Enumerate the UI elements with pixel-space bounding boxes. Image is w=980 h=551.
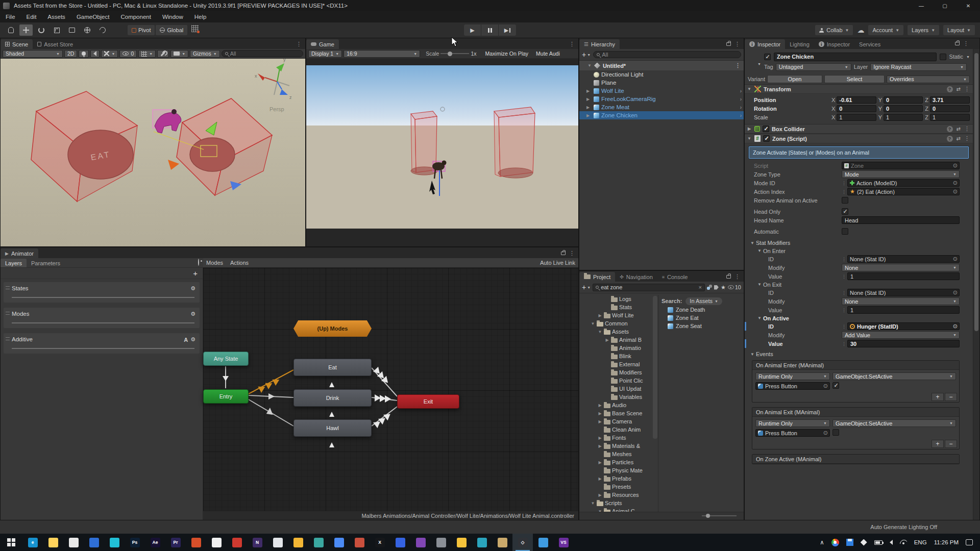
- folder-row[interactable]: Meshes: [579, 450, 658, 458]
- tray-save-icon[interactable]: [846, 539, 853, 546]
- folder-row[interactable]: ▼ Common: [579, 319, 658, 328]
- taskbar-app-icon[interactable]: Pr: [165, 534, 186, 551]
- transform-header[interactable]: ▼ Transform ?⇄⋮: [745, 84, 973, 94]
- taskbar-app-icon[interactable]: Ae: [145, 534, 165, 551]
- rect-tool-button[interactable]: [65, 24, 79, 36]
- menu-item[interactable]: File: [0, 14, 21, 20]
- add-event-button[interactable]: +: [932, 393, 944, 401]
- static-checkbox[interactable]: [940, 54, 946, 60]
- folder-row[interactable]: UI Updat: [579, 385, 658, 393]
- project-create-button[interactable]: +▼: [582, 283, 591, 291]
- animator-layer[interactable]: Modes ⚙: [4, 308, 200, 328]
- pause-button[interactable]: [481, 24, 499, 36]
- search-result-item[interactable]: Zone Eat: [662, 314, 741, 322]
- lock-icon[interactable]: [561, 252, 566, 255]
- menu-item[interactable]: GameObject: [71, 14, 115, 20]
- presets-icon[interactable]: ⇄: [957, 126, 961, 132]
- label-filter-icon[interactable]: [714, 285, 719, 290]
- minimize-button[interactable]: —: [910, 0, 933, 11]
- prefab-open-button[interactable]: Open: [767, 75, 822, 83]
- animator-menu-icon[interactable]: ⋮: [569, 250, 575, 257]
- folder-row[interactable]: ▶ Wolf Lite: [579, 311, 658, 319]
- tab-animator[interactable]: ▶Animator: [1, 248, 38, 258]
- object-picker-icon[interactable]: ⊙: [953, 188, 958, 195]
- layer-dropdown[interactable]: Ignore Raycast▼: [870, 63, 967, 71]
- project-search-input[interactable]: eat zone ×: [593, 284, 705, 291]
- scene-search-input[interactable]: All: [222, 50, 303, 57]
- tag-dropdown[interactable]: Untagged▼: [776, 63, 851, 71]
- taskbar-app-icon[interactable]: [84, 534, 104, 551]
- folder-row[interactable]: ▶ Particles: [579, 458, 658, 466]
- folder-row[interactable]: ▶ Resources: [579, 491, 658, 499]
- folder-row[interactable]: ▶ Animal B: [579, 336, 658, 344]
- zone-type-dropdown[interactable]: Mode▼: [842, 170, 960, 178]
- folder-row[interactable]: Logs: [579, 295, 658, 303]
- display-dropdown[interactable]: Display 1▼: [308, 50, 342, 58]
- folder-row[interactable]: Blink: [579, 352, 658, 360]
- gear-icon[interactable]: ⚙: [190, 336, 195, 343]
- animator-layer[interactable]: Additive A⚙: [4, 333, 200, 354]
- shading-mode-dropdown[interactable]: Shaded▼: [3, 50, 63, 58]
- object-picker-icon[interactable]: ⊙: [823, 430, 828, 436]
- automatic-checkbox[interactable]: [842, 228, 848, 235]
- event-target-field[interactable]: Press Button⊙: [755, 382, 830, 390]
- folder-row[interactable]: Variables: [579, 393, 658, 401]
- taskbar-app-icon[interactable]: [451, 534, 472, 551]
- taskbar-app-icon[interactable]: ◇: [512, 534, 533, 551]
- taskbar-app-icon[interactable]: [63, 534, 84, 551]
- script-object-field[interactable]: #Zone⊙: [842, 162, 960, 169]
- battery-icon[interactable]: [874, 540, 883, 545]
- project-menu-icon[interactable]: ⋮: [734, 273, 740, 280]
- help-icon[interactable]: ?: [947, 136, 953, 142]
- folder-row[interactable]: Clean Anim: [579, 425, 658, 434]
- inspector-tab[interactable]: i Lighting: [785, 39, 814, 49]
- inspector-scrollbar[interactable]: [973, 49, 979, 520]
- modify-dropdown[interactable]: None▼: [842, 264, 960, 271]
- taskbar-app-icon[interactable]: [329, 534, 349, 551]
- component-enabled-checkbox[interactable]: [763, 126, 769, 132]
- scale-tool-button[interactable]: [50, 24, 63, 36]
- taskbar-app-icon[interactable]: [186, 534, 206, 551]
- language-indicator[interactable]: ENG: [914, 539, 927, 545]
- modify-dropdown[interactable]: Add Value▼: [842, 331, 960, 339]
- z-field[interactable]: 0: [930, 105, 970, 112]
- inspector-tab[interactable]: i Inspector: [745, 39, 785, 49]
- z-field[interactable]: 3.71: [930, 96, 970, 104]
- box-collider-header[interactable]: ▶ Box Collider ?⇄⋮: [745, 124, 973, 134]
- stat-modifiers-foldout[interactable]: ▼Stat Modifiers: [745, 239, 973, 247]
- tray-browser-icon[interactable]: [831, 539, 839, 546]
- folder-row[interactable]: Stats: [579, 303, 658, 311]
- hidden-count-toggle[interactable]: 10: [728, 284, 741, 290]
- action-index-field[interactable]: ★(2) Eat (Action)⊙: [847, 188, 960, 195]
- y-field[interactable]: 0: [884, 105, 923, 112]
- y-field[interactable]: 1: [884, 114, 923, 121]
- lock-icon[interactable]: [726, 275, 731, 279]
- component-enabled-checkbox[interactable]: [763, 135, 770, 142]
- maximize-button[interactable]: ▢: [933, 0, 957, 11]
- clear-search-icon[interactable]: ×: [698, 284, 701, 290]
- taskbar-app-icon[interactable]: [431, 534, 451, 551]
- taskbar-app-icon[interactable]: Ps: [125, 534, 145, 551]
- step-button[interactable]: ▶: [499, 24, 516, 36]
- runtime-mode-dropdown[interactable]: Runtime Only▼: [755, 372, 830, 380]
- search-scope-dropdown[interactable]: In Assets▼: [685, 297, 722, 305]
- taskbar-app-icon[interactable]: [288, 534, 308, 551]
- hierarchy-item[interactable]: ▶ Wolf Lite ›: [579, 87, 744, 95]
- object-picker-icon[interactable]: ⊙: [823, 383, 828, 389]
- hierarchy-item[interactable]: ▶ Plane ›: [579, 79, 744, 87]
- taskbar-app-icon[interactable]: [492, 534, 512, 551]
- scene-audio-toggle[interactable]: [90, 50, 100, 58]
- collab-button[interactable]: Collab▼: [815, 25, 853, 35]
- gameobject-name-field[interactable]: Zone Chicken: [774, 53, 937, 61]
- overrides-dropdown[interactable]: Overrides▼: [887, 76, 970, 83]
- tab-navigation[interactable]: ✣Navigation: [615, 272, 657, 282]
- maximize-on-play-toggle[interactable]: Maximize On Play: [482, 50, 531, 58]
- menu-item[interactable]: Help: [189, 14, 212, 20]
- menu-item[interactable]: Edit: [21, 14, 42, 20]
- folder-row[interactable]: Point Clic: [579, 377, 658, 385]
- animator-layer[interactable]: States ⚙: [4, 282, 200, 303]
- y-field[interactable]: 0: [884, 96, 923, 104]
- value-field[interactable]: 30: [847, 340, 960, 347]
- close-button[interactable]: ✕: [957, 0, 980, 11]
- event-method-dropdown[interactable]: GameObject.SetActive▼: [832, 419, 956, 427]
